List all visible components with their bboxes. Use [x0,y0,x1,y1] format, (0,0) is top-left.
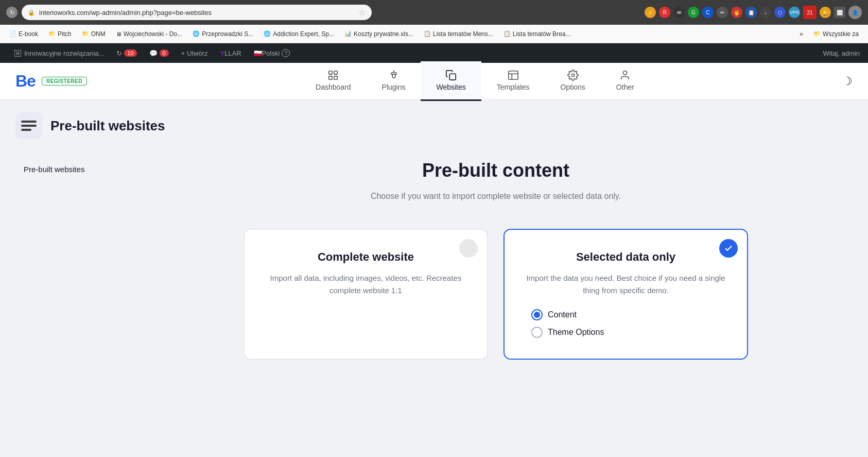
lista-brea-icon: 📋 [504,30,511,37]
nav-label-options: Options [561,83,585,91]
plug-icon [388,70,400,81]
grid-icon [327,70,339,81]
wszystkie-icon: 📁 [813,30,821,37]
nav-label-websites: Websites [436,83,465,91]
bookmark-wojciechowski[interactable]: 🖥 Wojciechowski - Do... [112,29,186,39]
ext-icon-13: ⬜ [834,7,845,18]
bookmark-wszystkie[interactable]: 📁 Wszystkie za [809,29,863,39]
person-icon [619,70,631,81]
ebook-icon: 📄 [9,30,16,37]
lock-icon: 🔒 [28,9,35,16]
ext-icon-12: 🔔 [820,7,831,18]
section-title: Pre-built content [422,160,569,181]
prebuilt-header: Pre-built websites [15,100,853,149]
bookmark-ebook[interactable]: 📄 E-book [5,29,42,39]
selected-data-card[interactable]: Selected data only Import the data you n… [504,229,748,360]
ext-icon-2: R [659,7,670,18]
complete-website-card[interactable]: Complete website Import all data, includ… [244,229,488,360]
wp-admin-comments[interactable]: 💬 0 [143,43,175,63]
przeprowadzki-icon: 🌐 [193,30,200,37]
nav-item-dashboard[interactable]: Dashboard [300,61,367,101]
star-icon[interactable]: ☆ [358,8,366,18]
svg-rect-3 [334,76,337,79]
wp-admin-yoast[interactable]: Y LLAR [214,43,247,63]
be-logo: Be [15,72,36,91]
content-area: Pre-built websites Pre-built websites Pr… [0,100,868,457]
svg-rect-4 [449,74,456,80]
check-circle [719,239,738,258]
checkmark-icon [724,244,733,253]
bookmark-label: Lista tematów Brea... [513,30,571,38]
ext-icon-vpn: VPN [789,7,800,18]
nav-label-dashboard: Dashboard [316,83,351,91]
koszty-icon: 📊 [344,30,352,37]
bookmark-label: Wojciechowski - Do... [124,30,182,38]
svg-point-6 [571,74,575,77]
bookmark-label: E-book [19,30,38,38]
sidebar: Pre-built websites [15,149,139,457]
help-icon: ? [282,49,290,57]
wp-admin-language[interactable]: 🇵🇱 Polski ? [248,43,297,63]
addiction-icon: 🌐 [264,30,271,37]
yoast-icon: Y [220,49,224,57]
plugin-topnav: Be REGISTERED Dashboard Plugins Websites… [0,63,868,100]
ext-icon-6: ✏ [717,7,728,18]
main-content: Pre-built content Choose if you want to … [139,149,853,457]
dark-mode-toggle[interactable]: ☽ [842,75,853,88]
radio-item-content[interactable]: Content [531,309,577,320]
bookmark-lista-brea[interactable]: 📋 Lista tematów Brea... [499,29,575,39]
wp-admin-bar: 🅆 Innowacyjne rozwiązania... ↻ 10 💬 0 + … [0,43,868,63]
onm-icon: 📁 [82,30,89,37]
gear-icon [567,70,579,81]
complete-card-title: Complete website [318,250,414,264]
bookmark-koszty[interactable]: 📊 Koszty prywatne.xls... [340,29,418,39]
nav-item-websites[interactable]: Websites [421,61,481,101]
bookmarks-more[interactable]: » [795,29,807,39]
browser-btn-reload[interactable]: ↻ [6,7,18,18]
ext-icon-9: ↓ [760,7,771,18]
ext-icon-3: ✉ [673,7,685,18]
complete-card-desc: Import all data, including images, video… [261,272,471,297]
ext-icon-7: 🖐 [731,7,742,18]
nav-item-options[interactable]: Options [545,61,601,101]
hamburger-icon [21,125,37,127]
selected-card-title: Selected data only [576,250,675,264]
nav-label-other: Other [616,83,634,91]
prebuilt-header-title: Pre-built websites [50,118,165,134]
radio-label-content: Content [548,310,577,319]
radio-item-theme[interactable]: Theme Options [531,327,604,338]
wp-admin-sync[interactable]: ↻ 10 [110,43,143,63]
browser-controls: ↻ [6,7,18,18]
selected-card-desc: Import the data you need. Best choice if… [521,272,731,297]
layout-row: Pre-built websites Pre-built content Cho… [15,149,853,457]
svg-rect-0 [329,71,332,74]
wp-admin-site-name[interactable]: 🅆 Innowacyjne rozwiązania... [8,43,110,63]
bookmark-lista-mens[interactable]: 📋 Lista tematów Mens... [420,29,497,39]
copy-icon [445,70,457,81]
nav-item-templates[interactable]: Templates [481,61,545,101]
nav-item-other[interactable]: Other [601,61,650,101]
url-text: interioworks.com/wp-admin/admin.php?page… [39,9,212,16]
bookmark-addiction[interactable]: 🌐 Addiction Expert, Sp... [259,29,338,39]
wp-admin-create[interactable]: + Utwórz [175,43,214,63]
prebuilt-icon-box [15,112,42,139]
bookmark-label: Pitch [58,30,72,38]
radio-list: Content Theme Options [521,309,731,338]
wp-logo: 🅆 [14,49,21,57]
bookmark-pitch[interactable]: 📁 Pitch [44,29,76,39]
extension-icons: ⚡ R ✉ G C ✏ 🖐 📋 ↓ ⬡ VPN 21 🔔 ⬜ 👤 [645,6,862,19]
bookmark-label: Addiction Expert, Sp... [273,30,334,38]
section-subtitle: Choose if you want to import complete we… [371,190,621,203]
bookmark-przeprowadzki[interactable]: 🌐 Przeprowadzki S... [188,29,257,39]
radio-outer-content [531,309,543,320]
ext-icon-10: ⬡ [774,7,786,18]
bookmark-onm[interactable]: 📁 ONM [78,29,110,39]
wp-admin-greeting: Witaj, admin [823,49,860,57]
sidebar-item-prebuilt[interactable]: Pre-built websites [15,160,139,179]
ext-icon-8: 📋 [745,7,757,18]
nav-item-plugins[interactable]: Plugins [367,61,421,101]
address-bar[interactable]: 🔒 interioworks.com/wp-admin/admin.php?pa… [22,5,372,20]
pitch-icon: 📁 [48,30,56,37]
template-icon [508,70,519,81]
user-avatar: 👤 [848,6,862,19]
